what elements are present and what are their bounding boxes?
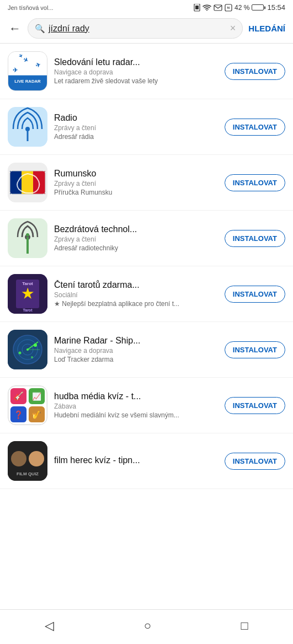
app-name: Bezdrátová technol... xyxy=(54,224,218,234)
app-desc: Adresář radiotechniky xyxy=(54,244,218,252)
app-category: Sociální xyxy=(54,291,218,299)
app-desc: ★ Nejlepší bezplatná aplikace pro čtení … xyxy=(54,300,218,308)
list-item: ★ Tarot Tarot Čtení tarotů zdarma... Soc… xyxy=(0,266,293,322)
svg-text:🎸: 🎸 xyxy=(13,391,24,401)
svg-text:📈: 📈 xyxy=(32,392,41,401)
install-button-tarot[interactable]: INSTALOVAT xyxy=(225,286,285,303)
app-info-tarot: Čtení tarotů zdarma... Sociální ★ Nejlep… xyxy=(54,280,218,308)
recent-nav-button[interactable]: □ xyxy=(230,616,259,635)
svg-rect-1 xyxy=(195,6,199,9)
search-input-wrap[interactable]: 🔍 jízdní rady × xyxy=(28,18,243,39)
app-info-hudba: hudba média kvíz - t... Zábava Hudební m… xyxy=(54,391,218,419)
app-info-bezdr: Bezdrátová technol... Zprávy a čtení Adr… xyxy=(54,224,218,252)
search-icon: 🔍 xyxy=(35,24,45,34)
svg-text:✈: ✈ xyxy=(13,67,18,73)
svg-text:FILM QUIZ: FILM QUIZ xyxy=(17,471,39,476)
app-category: Navigace a doprava xyxy=(54,68,218,76)
app-category: Zprávy a čtení xyxy=(54,235,218,243)
install-button-film[interactable]: INSTALOVAT xyxy=(225,453,285,470)
search-bar: ← 🔍 jízdní rady × HLEDÁNÍ xyxy=(0,14,293,44)
app-icon-radio[interactable] xyxy=(8,107,47,147)
install-button-bezdr[interactable]: INSTALOVAT xyxy=(225,230,285,247)
app-desc: Let radarem živě sledovat vaše lety xyxy=(54,77,218,85)
svg-point-24 xyxy=(26,233,29,237)
search-input[interactable]: jízdní rady xyxy=(49,24,227,34)
status-bar: Jen tísňová vol... N 42 % 15:54 xyxy=(0,0,293,14)
hudba-icon-svg: 🎸 📈 ❓ 🎷 xyxy=(8,385,47,425)
app-icon-film[interactable]: FILM QUIZ xyxy=(8,441,47,481)
svg-point-48 xyxy=(11,451,26,466)
list-item: Rumunsko Zprávy a čtení Příručka Rumunsk… xyxy=(0,155,293,211)
battery-percent: 42 % xyxy=(235,4,249,12)
app-list: ✈ ✈ ✈ ✈ LIVE RADAR Sledování letu radar.… xyxy=(0,44,293,528)
svg-text:❓: ❓ xyxy=(14,410,23,420)
app-info-marine: Marine Radar - Ship... Navigace a doprav… xyxy=(54,336,218,363)
carrier-text: Jen tísňová vol... xyxy=(8,4,54,11)
home-nav-button[interactable]: ○ xyxy=(133,616,162,635)
list-item: FILM QUIZ film herec kvíz - tipn... INST… xyxy=(0,433,293,489)
tarot-icon-svg: ★ Tarot Tarot xyxy=(8,274,47,314)
svg-rect-7 xyxy=(8,76,47,78)
app-name: Sledování letu radar... xyxy=(54,57,218,67)
install-button-hudba[interactable]: INSTALOVAT xyxy=(225,397,285,414)
app-name: Čtení tarotů zdarma... xyxy=(54,280,218,290)
svg-point-37 xyxy=(26,348,29,351)
time-display: 15:54 xyxy=(267,3,285,12)
install-button-marine[interactable]: INSTALOVAT xyxy=(225,341,285,358)
app-icon-rumunsko[interactable] xyxy=(8,163,47,202)
sim-icon xyxy=(194,4,200,12)
install-button-rumunsko[interactable]: INSTALOVAT xyxy=(225,174,285,191)
app-icon-hudba[interactable]: 🎸 📈 ❓ 🎷 xyxy=(8,385,47,425)
svg-text:LIVE RADAR: LIVE RADAR xyxy=(14,79,41,84)
app-icon-live-radar[interactable]: ✈ ✈ ✈ ✈ LIVE RADAR xyxy=(8,51,47,91)
app-name: Radio xyxy=(54,113,218,123)
back-button[interactable]: ← xyxy=(7,19,23,38)
app-category: Zprávy a čtení xyxy=(54,180,218,187)
list-item: Bezdrátová technol... Zprávy a čtení Adr… xyxy=(0,211,293,266)
app-name: film herec kvíz - tipn... xyxy=(54,455,218,465)
app-info-film: film herec kvíz - tipn... xyxy=(54,455,218,466)
film-icon-svg: FILM QUIZ xyxy=(8,441,47,481)
list-item: 🎸 📈 ❓ 🎷 hudba média kvíz - t... Zábava H… xyxy=(0,378,293,433)
svg-text:N: N xyxy=(227,6,230,9)
app-info-live-radar: Sledování letu radar... Navigace a dopra… xyxy=(54,57,218,85)
app-category: Zábava xyxy=(54,402,218,410)
back-nav-button[interactable]: ◁ xyxy=(34,616,65,635)
app-icon-tarot[interactable]: ★ Tarot Tarot xyxy=(8,274,47,314)
status-icons: N 42 % 15:54 xyxy=(194,3,285,12)
search-submit-button[interactable]: HLEDÁNÍ xyxy=(247,22,286,35)
battery-icon xyxy=(252,4,264,10)
svg-text:🎷: 🎷 xyxy=(32,410,41,420)
list-item: ✈ ✈ ✈ ✈ LIVE RADAR Sledování letu radar.… xyxy=(0,44,293,99)
list-item: Radio Zprávy a čtení Adresář rádia INSTA… xyxy=(0,99,293,155)
app-desc: Příručka Rumunsku xyxy=(54,189,218,196)
app-icon-marine[interactable] xyxy=(8,330,47,369)
rumunsko-icon-svg xyxy=(8,163,47,202)
svg-rect-2 xyxy=(214,5,222,10)
svg-point-49 xyxy=(29,451,44,466)
clear-button[interactable]: × xyxy=(230,23,236,34)
nfc-icon: N xyxy=(225,4,232,12)
app-name: Marine Radar - Ship... xyxy=(54,336,218,346)
install-button-live-radar[interactable]: INSTALOVAT xyxy=(225,63,285,80)
app-icon-bezdr[interactable] xyxy=(8,218,47,258)
email-icon xyxy=(214,4,222,11)
radio-icon-svg xyxy=(8,107,47,147)
app-category: Zprávy a čtení xyxy=(54,124,218,132)
svg-text:★: ★ xyxy=(22,286,34,301)
app-info-rumunsko: Rumunsko Zprávy a čtení Příručka Rumunsk… xyxy=(54,169,218,196)
install-button-radio[interactable]: INSTALOVAT xyxy=(225,119,285,136)
svg-text:Tarot: Tarot xyxy=(23,308,33,312)
marine-icon-svg xyxy=(8,330,47,369)
svg-point-36 xyxy=(31,356,33,358)
list-item: Marine Radar - Ship... Navigace a doprav… xyxy=(0,322,293,378)
wifi-icon xyxy=(203,4,211,11)
svg-point-34 xyxy=(34,344,37,347)
app-info-radio: Radio Zprávy a čtení Adresář rádia xyxy=(54,113,218,141)
app-desc: Loď Tracker zdarma xyxy=(54,356,218,363)
app-desc: Hudební mediální kvíz se všemi slavným..… xyxy=(54,411,218,419)
svg-text:Tarot: Tarot xyxy=(22,281,33,286)
live-radar-icon-svg: ✈ ✈ ✈ ✈ LIVE RADAR xyxy=(8,51,47,91)
bottom-nav: ◁ ○ □ xyxy=(0,609,293,644)
svg-point-35 xyxy=(19,352,22,355)
